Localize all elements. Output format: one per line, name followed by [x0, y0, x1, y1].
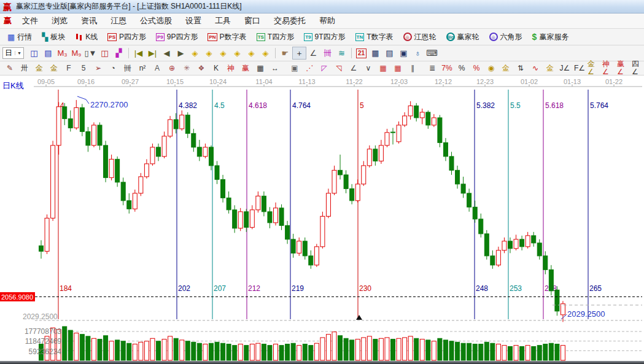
toolbar-button-winner-service[interactable]: $赢家服务 [527, 30, 574, 44]
draw-tool-percent-retrace[interactable]: 7% [440, 63, 454, 74]
draw-tool-angle-f[interactable]: F∠ [572, 63, 587, 74]
toolbar-button-last-bar[interactable]: ▶| [145, 47, 160, 60]
draw-tool-gann-fan-circle[interactable]: ◔ [106, 63, 120, 74]
toolbar-button-calculator[interactable]: ▦ [368, 47, 382, 60]
draw-tool-angle-gold[interactable]: 金∠ [587, 63, 602, 74]
toolbar-button-candle-style[interactable]: ▯▼ [83, 47, 98, 60]
kline-chart[interactable]: 09-0509-1609-2710-1510-2411-0411-1311-22… [0, 78, 644, 364]
draw-tool-spiral-5[interactable]: 5 [76, 63, 91, 74]
draw-tool-k-angle[interactable]: K [209, 63, 223, 74]
draw-tool-gold-square-1[interactable]: 金 [32, 63, 47, 74]
period-selector-dropdown[interactable]: 日▼ [2, 47, 24, 59]
draw-tool-updown-pen[interactable]: ⇅ [513, 63, 528, 74]
toolbar-button-diamond-left[interactable]: ◈ [188, 47, 202, 60]
menu-item-settings[interactable]: 设置 [179, 15, 208, 26]
draw-tool-ruler-123[interactable]: ▦ [253, 63, 268, 74]
toolbar-button-diamond-cross[interactable]: ◈ [230, 47, 244, 60]
toolbar-button-angle-measure[interactable]: ∠ [306, 47, 320, 60]
toolbar-button-winner-wheel[interactable]: Big赢家轮 [441, 30, 484, 44]
draw-tool-angle-j[interactable]: J∠ [557, 63, 572, 74]
menu-item-help[interactable]: 帮助 [312, 15, 342, 26]
draw-tool-spiral-web[interactable]: ✳ [179, 63, 194, 74]
chart-area[interactable]: 09-0509-1609-2710-1510-2411-0411-1311-22… [0, 78, 644, 364]
toolbar-button-network[interactable]: ♁ [411, 47, 425, 60]
draw-tool-price-scale[interactable]: ≣ [425, 63, 440, 74]
toolbar-button-next-bar[interactable]: ▶ [174, 47, 188, 60]
menu-item-browse[interactable]: 浏览 [45, 15, 74, 26]
menu-item-news[interactable]: 资讯 [74, 15, 104, 26]
toolbar-button-kline[interactable]: K线 [70, 30, 103, 44]
toolbar-button-calendar-21[interactable]: 21 [356, 48, 367, 58]
toolbar-button-remote-pc[interactable]: ⌨ [425, 47, 439, 60]
draw-tool-width-arrows[interactable]: ↔ [268, 63, 282, 74]
draw-tool-red-grid-1[interactable]: ▦ [376, 63, 390, 74]
toolbar-button-p-number-table[interactable]: PNP数字表 [203, 30, 251, 44]
draw-tool-f-square[interactable]: F [61, 63, 76, 74]
draw-tool-gold-square-2[interactable]: 金 [47, 63, 61, 74]
draw-tool-gold-circle[interactable]: ◉ [484, 63, 499, 74]
draw-tool-gann-circle[interactable]: ⊕ [165, 63, 179, 74]
draw-tool-parallel-lines[interactable]: ∥ [405, 63, 420, 74]
draw-tool-ray-lines[interactable]: ⋰ [302, 63, 317, 74]
toolbar-button-chart-window[interactable]: ◫ [27, 47, 41, 60]
toolbar-button-red-window[interactable]: ◫ [98, 47, 112, 60]
toolbar-button-t-number-table[interactable]: TNT数字表 [351, 30, 398, 44]
toolbar-button-diamond-right[interactable]: ◈ [202, 47, 216, 60]
menu-item-trade-entrust[interactable]: 交易委托 [267, 15, 312, 26]
draw-tool-percent[interactable]: % [454, 63, 469, 74]
draw-tool-mirror-a[interactable]: A [150, 63, 165, 74]
menu-item-gann[interactable]: 江恩 [104, 15, 133, 26]
draw-tool-gold-wave[interactable]: ∿ [528, 63, 543, 74]
toolbar-button-crosshair[interactable]: ＋ [292, 47, 306, 60]
toolbar-button-t-square[interactable]: TST四方形 [252, 30, 300, 44]
toolbar-button-first-bar[interactable]: |◀ [131, 47, 145, 60]
draw-tool-percent-lines[interactable]: % [469, 63, 484, 74]
menu-item-formula-stock-picker[interactable]: 公式选股 [133, 15, 179, 26]
toolbar-button-9p-square[interactable]: P99P四方形 [151, 30, 203, 44]
toolbar-button-bars-9[interactable]: M₉ [69, 47, 83, 60]
draw-tool-zigzag[interactable]: ∨ [361, 63, 376, 74]
draw-tool-time-divider[interactable]: 卌 [120, 63, 135, 74]
draw-tool-box-tool[interactable]: ▣ [287, 63, 302, 74]
draw-tool-n-square[interactable]: n² [135, 63, 150, 74]
draw-tool-brush[interactable]: ✎ [2, 63, 17, 74]
draw-tool-web-square[interactable]: ❖ [194, 63, 209, 74]
draw-tool-gold-box[interactable]: 金 [543, 63, 557, 74]
toolbar-button-diamond-allways[interactable]: ◈ [244, 47, 258, 60]
toolbar-button-hexagon[interactable]: ◎六角形 [484, 30, 527, 44]
draw-tool-shen-grid[interactable]: 神 [223, 63, 238, 74]
title-bar[interactable]: 赢 赢家江恩专业版[赢家内部服务平台] - [上证指数 SH1A0001-111… [0, 0, 644, 14]
draw-tool-red-grid-2[interactable]: ▦ [390, 63, 405, 74]
toolbar-button-p-square[interactable]: PSP四方形 [103, 30, 151, 44]
toolbar-button-info-panel[interactable]: ▤ [41, 47, 55, 60]
menu-item-window[interactable]: 窗口 [238, 15, 267, 26]
candle [549, 269, 553, 291]
toolbar-button-gann-tool-magenta[interactable]: 卌 [320, 47, 335, 60]
draw-tool-gann-grid[interactable]: 卅 [17, 63, 32, 74]
draw-tool-fan-red[interactable]: ◹ [332, 63, 346, 74]
draw-tool-angle-four[interactable]: 四∠ [631, 63, 644, 74]
document-icon[interactable]: 赢 [4, 15, 12, 26]
draw-tool-fan-magenta[interactable]: ◸ [317, 63, 332, 74]
toolbar-button-sectors[interactable]: ▚板块 [37, 30, 70, 44]
toolbar-button-9t-square[interactable]: T99T四方形 [299, 30, 350, 44]
toolbar-button-diamond-wide[interactable]: ◈ [258, 47, 273, 60]
toolbar-button-wave-tool[interactable]: ≋ [335, 47, 349, 60]
draw-tool-gold-lines[interactable]: 金 [499, 63, 513, 74]
toolbar-button-gann-wheel[interactable]: ◎江恩轮 [398, 30, 441, 44]
draw-tool-win-grid[interactable]: 赢 [238, 63, 253, 74]
draw-tool-speed-lines[interactable]: ∠ [346, 63, 361, 74]
menu-item-file[interactable]: 文件 [15, 15, 45, 26]
toolbar-button-prev-bar[interactable]: ◀ [160, 47, 174, 60]
toolbar-button-hand-drag[interactable]: ☛ [278, 47, 292, 60]
draw-tool-angle-shen[interactable]: 神∠ [602, 63, 616, 74]
toolbar-button-color-chart[interactable]: ▞ [112, 47, 126, 60]
toolbar-button-quotes[interactable]: ▦行情 [2, 30, 37, 44]
toolbar-button-diamond-leftright[interactable]: ◈ [216, 47, 230, 60]
toolbar-button-bars-3[interactable]: M₃ [55, 47, 69, 60]
menu-item-tools[interactable]: 工具 [208, 15, 238, 26]
toolbar-button-save[interactable]: ▣ [397, 47, 411, 60]
toolbar-button-notes[interactable]: ▤ [382, 47, 397, 60]
draw-tool-rocket[interactable]: ➢ [91, 63, 106, 74]
draw-tool-angle-win[interactable]: 赢∠ [616, 63, 631, 74]
